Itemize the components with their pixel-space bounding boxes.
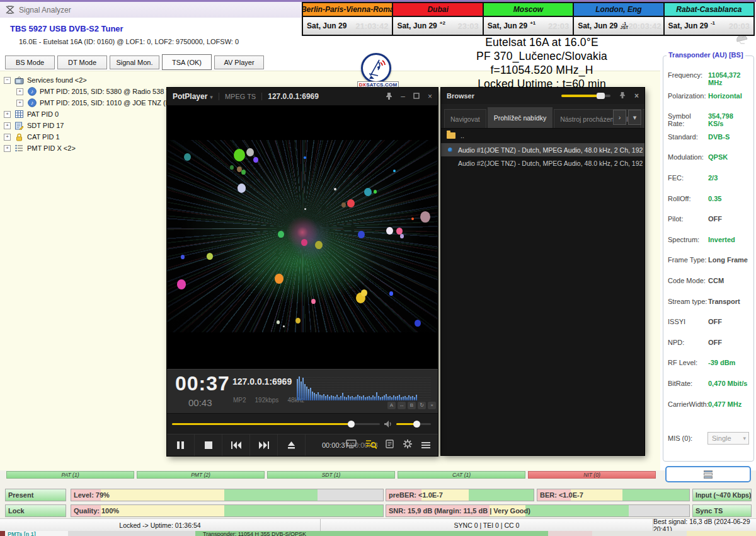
mini-icon-↔[interactable]: ↔ — [398, 402, 406, 409]
psi-bar-nit-0-: NIT (0) — [528, 471, 656, 479]
stop-button[interactable] — [195, 434, 222, 456]
tree-item[interactable]: −Services found <2> — [4, 74, 211, 86]
mis-select[interactable]: Single▾ — [707, 432, 749, 445]
mini-icon-B[interactable]: B — [408, 402, 416, 409]
spectrum-bar — [357, 395, 358, 400]
slider-handle[interactable] — [597, 93, 605, 99]
spectrum-bar — [391, 397, 392, 400]
clock-3: London, EngSat, Jun 29-1JST20:03:42 — [574, 3, 663, 35]
next-button[interactable] — [250, 434, 278, 456]
player-controls: 00:00:37 / 00:00:43 — [167, 434, 438, 456]
tab-dt-mode[interactable]: DT Mode — [57, 55, 107, 69]
transponder-row: NPD:OFF — [663, 339, 753, 359]
potplayer-menu[interactable]: PotPlayer — [173, 92, 207, 101]
tree-expander[interactable]: + — [4, 145, 11, 152]
tree-expander[interactable]: + — [16, 100, 23, 107]
parent-directory-row[interactable]: .. — [441, 128, 644, 143]
spectrum-bar — [342, 393, 343, 400]
input-indicator: Input (~470 Kbps) — [692, 489, 752, 501]
clock-0: Berlin-Paris-Vienna-RomaSat, Jun 2921:03… — [303, 3, 392, 35]
tree-expander[interactable]: + — [4, 134, 11, 141]
spectrum-bar — [363, 395, 364, 400]
spectrum-bar — [416, 395, 417, 400]
cast-screen-icon[interactable] — [346, 440, 357, 451]
opacity-slider[interactable] — [561, 95, 610, 97]
spectrum-bar — [306, 387, 307, 400]
audio-icon: ♪ — [27, 98, 37, 107]
spectrum-bar — [386, 394, 387, 400]
tree-expander[interactable]: − — [4, 77, 11, 84]
minimize-icon[interactable]: – — [401, 92, 405, 101]
spectrum-bar — [348, 395, 349, 400]
log-panel-icon[interactable] — [386, 440, 394, 451]
player-info-panel: 00:37 00:43 127.0.0.1:6969 MP2 192kbps 4… — [167, 369, 438, 413]
menu-icon[interactable] — [421, 442, 430, 448]
psi-bar-cat-1-: CAT (1) — [398, 471, 525, 479]
transponder-value: -39 dBm — [708, 359, 735, 380]
transponder-value: 354,798 KS/s — [708, 112, 749, 133]
tab-bs-mode[interactable]: BS Mode — [5, 55, 55, 69]
seek-handle[interactable] — [348, 421, 355, 428]
seek-bar[interactable] — [172, 423, 380, 425]
transponder-row: Stream type:Transport — [663, 298, 753, 318]
settings-gear-icon[interactable] — [403, 439, 413, 452]
parent-directory-label: .. — [461, 132, 464, 139]
details-button[interactable] — [665, 466, 751, 482]
transponder-row: Standard:DVB-S — [663, 133, 753, 154]
audio-icon: ♪ — [27, 87, 37, 96]
spectrum-bar — [369, 396, 370, 400]
dxsatcs-logo: DXSATCS.COM — [357, 53, 399, 89]
clock-time: 23:03 — [458, 21, 479, 31]
playlist-search-icon[interactable] — [365, 440, 377, 452]
quality-bar: Quality: 100% — [71, 504, 384, 517]
tab-scroll-icon[interactable]: › — [613, 110, 626, 125]
potplayer-titlebar[interactable]: PotPlayer ▾ MPEG TS 127.0.0.1:6969 – × — [167, 88, 438, 105]
volume-icon[interactable] — [384, 419, 392, 431]
volume-handle[interactable] — [413, 421, 420, 428]
browser-titlebar[interactable]: Browser × — [441, 88, 644, 104]
tree-expander[interactable]: + — [4, 122, 11, 129]
overlay-line-1: PF 370_Lučenec/Slovakia — [384, 49, 699, 63]
tab-signal-mon-[interactable]: Signal Mon. — [110, 55, 159, 69]
tab-list-icon[interactable]: ▾ — [628, 110, 641, 125]
tab-av-player[interactable]: AV Player — [214, 55, 264, 69]
signal-analyzer-app: Signal Analyzer Berlin-Paris-Vienna-Roma… — [0, 0, 756, 536]
audio-track-label: Audio #1(JOE TNZ) - Dutch, MPEG Audio, 4… — [458, 146, 644, 154]
spectrum-bar — [387, 397, 389, 400]
audio-track-item[interactable]: Audio #1(JOE TNZ) - Dutch, MPEG Audio, 4… — [441, 143, 644, 156]
transponder-row: ISSYIOFF — [663, 318, 753, 339]
browser-tab-navigovat[interactable]: Navigovat — [444, 109, 486, 128]
audio-track-item[interactable]: Audio #2(JOE TNZ) - Dutch, MPEG Audio, 4… — [441, 156, 644, 170]
mini-icon-A[interactable]: A — [387, 402, 396, 409]
spectrum-bar — [404, 396, 406, 400]
transponder-value: 0,470 Mbit/s — [708, 380, 747, 400]
browser-tab-prohl-e-nab-dky[interactable]: Prohlížeč nabídky — [488, 107, 553, 128]
transponder-value: 2/3 — [708, 174, 718, 195]
tree-expander[interactable]: + — [4, 111, 11, 118]
tree-expander[interactable]: + — [16, 88, 23, 95]
mini-icon-×[interactable]: × — [428, 402, 436, 409]
pin-icon[interactable] — [619, 91, 626, 100]
browser-tab-online[interactable]: Online — [643, 109, 644, 128]
restore-icon[interactable] — [413, 92, 420, 101]
pin-icon[interactable] — [386, 92, 392, 102]
total-time: 00:43 — [188, 397, 212, 408]
previous-button[interactable] — [222, 434, 250, 456]
tree-item-label: SDT PID 17 — [27, 122, 64, 129]
browser-tabs: NavigovatProhlížeč nabídkyNástroj prochá… — [441, 104, 644, 129]
tab-tsa-ok-[interactable]: TSA (OK) — [162, 54, 212, 70]
eject-button[interactable] — [278, 434, 306, 456]
clock-date: Sat, Jun 29 — [578, 21, 617, 30]
codec-label: MP2 — [233, 397, 246, 404]
visualization-dot — [253, 157, 258, 163]
video-area[interactable] — [167, 105, 438, 369]
close-icon[interactable]: × — [634, 91, 639, 100]
spectrum-bar — [338, 397, 340, 400]
mini-icon-↻[interactable]: ↻ — [418, 402, 426, 409]
transponder-value: 11054,372 MHz — [708, 71, 749, 92]
pause-button[interactable] — [167, 434, 195, 456]
spectrum-bar — [374, 397, 375, 400]
transponder-label: Code Mode: — [668, 277, 708, 298]
volume-bar[interactable] — [396, 423, 431, 425]
close-icon[interactable]: × — [428, 92, 432, 101]
